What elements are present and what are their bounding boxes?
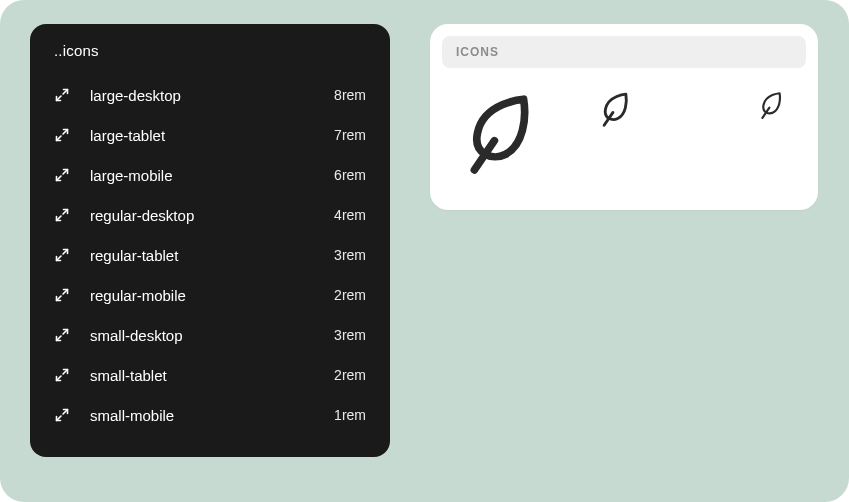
preview-header: ICONS [442,36,806,68]
expand-arrows-icon [54,407,70,423]
table-row[interactable]: small-tablet 2rem [54,355,366,395]
token-name: large-mobile [90,167,334,184]
expand-arrows-icon [54,167,70,183]
table-row[interactable]: small-desktop 3rem [54,315,366,355]
token-name: small-tablet [90,367,334,384]
token-name: regular-mobile [90,287,334,304]
token-value: 6rem [334,167,366,183]
expand-arrows-icon [54,127,70,143]
expand-arrows-icon [54,287,70,303]
leaf-icon [460,90,538,176]
token-value: 3rem [334,247,366,263]
token-value: 4rem [334,207,366,223]
tokens-panel-title: ..icons [54,42,366,59]
token-value: 1rem [334,407,366,423]
preview-body [442,68,806,198]
expand-arrows-icon [54,367,70,383]
token-value: 8rem [334,87,366,103]
expand-arrows-icon [54,327,70,343]
table-row[interactable]: large-mobile 6rem [54,155,366,195]
table-row[interactable]: small-mobile 1rem [54,395,366,435]
table-row[interactable]: regular-mobile 2rem [54,275,366,315]
table-row[interactable]: regular-desktop 4rem [54,195,366,235]
canvas: ..icons large-desktop 8rem large-tablet … [0,0,849,502]
token-name: regular-desktop [90,207,334,224]
token-value: 2rem [334,287,366,303]
token-name: regular-tablet [90,247,334,264]
expand-arrows-icon [54,87,70,103]
expand-arrows-icon [54,207,70,223]
token-value: 3rem [334,327,366,343]
tokens-panel: ..icons large-desktop 8rem large-tablet … [30,24,390,457]
token-value: 7rem [334,127,366,143]
token-name: small-desktop [90,327,334,344]
leaf-icon [598,90,632,128]
table-row[interactable]: large-tablet 7rem [54,115,366,155]
token-value: 2rem [334,367,366,383]
token-name: large-desktop [90,87,334,104]
table-row[interactable]: large-desktop 8rem [54,75,366,115]
token-name: small-mobile [90,407,334,424]
expand-arrows-icon [54,247,70,263]
table-row[interactable]: regular-tablet 3rem [54,235,366,275]
preview-card: ICONS [430,24,818,210]
leaf-icon [758,90,784,120]
token-name: large-tablet [90,127,334,144]
